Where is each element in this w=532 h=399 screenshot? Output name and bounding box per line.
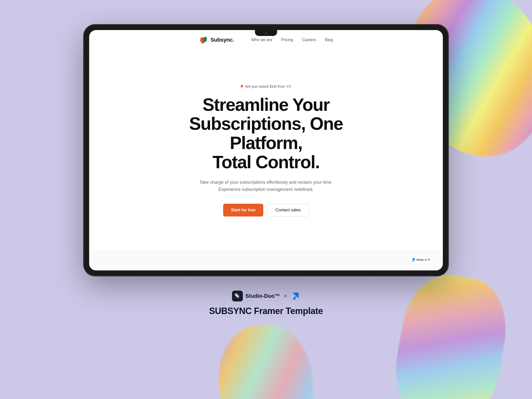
tablet-device: Subsync. Who we are Pricing Careers Blog — [84, 25, 448, 276]
contact-sales-button[interactable]: Contact sales — [267, 204, 309, 216]
studio-logo: Studio-Duo™ — [232, 291, 280, 301]
logo-area: Subsync. — [199, 35, 234, 44]
studio-row: Studio-Duo™ × — [232, 291, 300, 301]
logo-icon — [199, 35, 208, 44]
announcement-badge: We just raised $1M from YC — [241, 84, 291, 88]
tablet-device-wrapper: Subsync. Who we are Pricing Careers Blog — [84, 25, 448, 276]
announcement-text: We just raised $1M from YC — [245, 84, 291, 88]
bottom-section: Studio-Duo™ × SUBSYNC Framer Template — [209, 291, 323, 316]
svg-rect-4 — [237, 295, 239, 298]
hero-section: We just raised $1M from YC Streamline Yo… — [155, 50, 377, 251]
tablet-screen: Subsync. Who we are Pricing Careers Blog — [89, 30, 443, 270]
framer-icon — [412, 258, 415, 262]
studio-icon — [232, 291, 243, 301]
nav-link-who-we-are[interactable]: Who we are — [251, 38, 272, 42]
studio-name: Studio-Duo™ — [245, 293, 280, 299]
announcement-dot — [241, 85, 243, 87]
hero-headline: Streamline Your Subscriptions, One Platf… — [175, 95, 357, 172]
holo-decoration-bottom-center — [214, 321, 318, 399]
framer-logo-large — [291, 292, 300, 300]
nav-link-blog[interactable]: Blog — [325, 38, 333, 42]
nav-link-pricing[interactable]: Pricing — [281, 38, 293, 42]
template-title: SUBSYNC Framer Template — [209, 306, 323, 316]
hero-subtext: Take charge of your subscriptions effort… — [190, 179, 342, 193]
camera-notch — [255, 30, 277, 36]
bottom-preview-bar — [89, 251, 443, 270]
nav-links: Who we are Pricing Careers Blog — [251, 38, 333, 42]
nav-link-careers[interactable]: Careers — [302, 38, 316, 42]
framer-badge: Made in Fr — [409, 257, 433, 263]
headline-line2: Subscriptions, One Platform, — [189, 114, 343, 153]
holo-decoration-bottom-right — [387, 268, 515, 399]
headline-line3: Total Control. — [213, 152, 320, 172]
framer-badge-text: Made in Fr — [416, 258, 431, 262]
headline-line1: Streamline Your — [202, 95, 330, 115]
nav-inner: Subsync. Who we are Pricing Careers Blog — [199, 35, 333, 44]
hero-cta: Start for free Contact sales — [223, 204, 309, 216]
logo-text: Subsync. — [211, 37, 234, 43]
camera-lens — [265, 32, 267, 34]
times-symbol: × — [284, 293, 287, 299]
website-content: Subsync. Who we are Pricing Careers Blog — [89, 30, 443, 270]
start-for-free-button[interactable]: Start for free — [223, 204, 263, 216]
